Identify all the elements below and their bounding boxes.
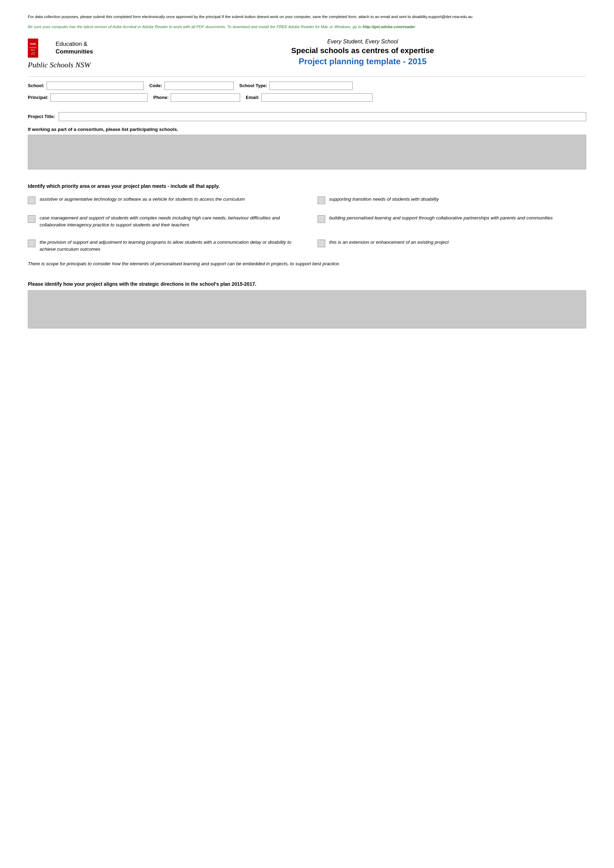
school-group: School: <box>28 82 144 90</box>
checkbox-item-5: the provision of support and adjustment … <box>28 239 297 253</box>
form-row-school: School: Code: School Type: <box>28 82 586 90</box>
svg-text:GOVERN-: GOVERN- <box>29 47 37 49</box>
schooltype-group: School Type: <box>239 82 353 90</box>
header-section: NSW GOVERN- MENT Education & Communities… <box>28 39 586 70</box>
checkbox-3[interactable] <box>28 215 36 223</box>
svg-line-9 <box>31 54 32 55</box>
checkbox-text-5: the provision of support and adjustment … <box>40 239 297 253</box>
every-student: Every Student, Every School <box>139 39 586 45</box>
code-group: Code: <box>149 82 234 90</box>
scope-text: There is scope for principals to conside… <box>28 260 586 268</box>
strategic-textarea[interactable] <box>28 290 586 329</box>
priority-title: Identify which priority area or areas yo… <box>28 183 586 189</box>
priority-section: Identify which priority area or areas yo… <box>28 183 586 268</box>
project-title-label: Project Title: <box>28 114 55 119</box>
principal-group: Principal: <box>28 93 148 102</box>
checkbox-text-6: this is an extension or enhancement of a… <box>330 239 449 246</box>
public-schools-label: Public Schools NSW <box>28 60 91 70</box>
checkbox-item-1: assistive or augmentative technology or … <box>28 196 297 204</box>
checkbox-text-1: assistive or augmentative technology or … <box>40 196 245 203</box>
logo-line1: Education & <box>56 40 87 47</box>
phone-label: Phone: <box>153 95 168 100</box>
school-label: School: <box>28 83 45 88</box>
checkbox-item-3: case management and support of students … <box>28 215 297 229</box>
schooltype-label: School Type: <box>239 83 267 88</box>
project-title-input[interactable] <box>59 112 586 121</box>
logo-text: Education & Communities <box>56 40 93 56</box>
project-title-row: Project Title: <box>28 112 586 121</box>
svg-text:MENT: MENT <box>31 49 36 51</box>
nsw-logo: NSW GOVERN- MENT <box>28 39 52 57</box>
checkbox-item-4: building personalised learning and suppo… <box>318 215 586 229</box>
checkbox-text-2: supporting transition needs of students … <box>330 196 439 203</box>
phone-group: Phone: <box>153 93 240 102</box>
checkbox-4[interactable] <box>318 215 325 223</box>
adobe-notice: Be sure your computer has the latest ver… <box>28 24 586 30</box>
consortium-label: If working as part of a consortium, plea… <box>28 127 586 132</box>
form-row-principal: Principal: Phone: Email: <box>28 93 586 102</box>
code-input[interactable] <box>164 82 234 90</box>
project-planning-title: Project planning template - 2015 <box>139 57 586 66</box>
principal-input[interactable] <box>50 93 148 102</box>
schooltype-input[interactable] <box>269 82 353 90</box>
logo-area: NSW GOVERN- MENT Education & Communities… <box>28 39 132 70</box>
email-group: Email: <box>246 93 373 102</box>
checkbox-1[interactable] <box>28 197 36 204</box>
checkbox-text-3: case management and support of students … <box>40 215 297 229</box>
email-label: Email: <box>246 95 259 100</box>
email-input[interactable] <box>261 93 373 102</box>
svg-text:NSW: NSW <box>30 43 36 45</box>
checkbox-grid: assistive or augmentative technology or … <box>28 196 586 253</box>
phone-input[interactable] <box>171 93 240 102</box>
special-schools: Special schools as centres of expertise <box>139 46 586 55</box>
checkbox-2[interactable] <box>318 197 325 204</box>
strategic-title: Please identify how your project aligns … <box>28 281 586 287</box>
top-notice: For data collection purposes, please sub… <box>28 14 586 20</box>
header-divider <box>28 76 586 77</box>
logo-row: NSW GOVERN- MENT Education & Communities <box>28 39 93 57</box>
school-input[interactable] <box>47 82 144 90</box>
logo-line2: Communities <box>56 48 93 55</box>
checkbox-6[interactable] <box>318 240 325 247</box>
checkbox-text-4: building personalised learning and suppo… <box>330 215 553 222</box>
checkbox-item-6: this is an extension or enhancement of a… <box>318 239 586 253</box>
checkbox-5[interactable] <box>28 240 36 247</box>
principal-label: Principal: <box>28 95 48 100</box>
project-title-section: Project Title: <box>28 112 586 121</box>
svg-line-10 <box>34 54 35 55</box>
strategic-section: Please identify how your project aligns … <box>28 281 586 329</box>
title-area: Every Student, Every School Special scho… <box>132 39 586 66</box>
adobe-link[interactable]: http://get.adobe.com/reader <box>362 25 415 29</box>
checkbox-item-2: supporting transition needs of students … <box>318 196 586 204</box>
code-label: Code: <box>149 83 162 88</box>
consortium-textarea[interactable] <box>28 135 586 169</box>
